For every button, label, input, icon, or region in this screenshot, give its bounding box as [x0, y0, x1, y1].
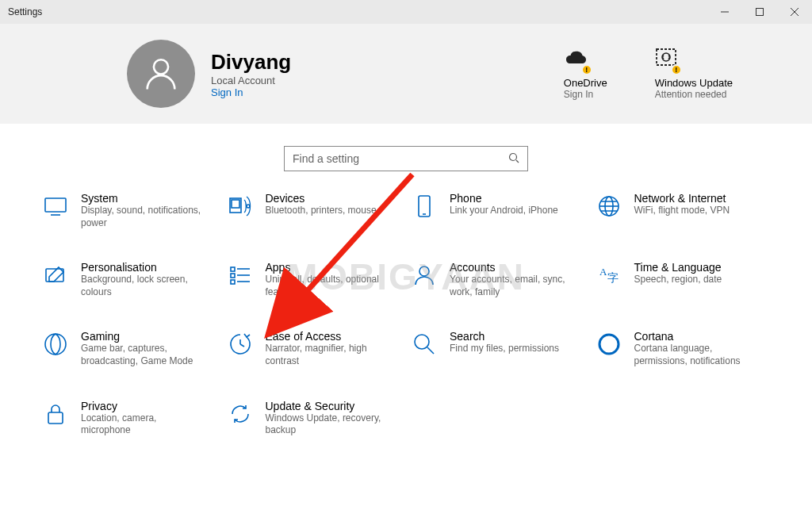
alert-icon: ! — [581, 64, 592, 75]
category-privacy[interactable]: PrivacyLocation, camera, microphone — [41, 400, 218, 437]
svg-text:字: 字 — [607, 272, 619, 284]
time-language-icon: A字 — [595, 261, 623, 289]
category-personalisation[interactable]: PersonalisationBackground, lock screen, … — [41, 261, 218, 298]
onedrive-sublabel: Sign In — [564, 89, 593, 100]
category-title: System — [81, 192, 208, 205]
category-accounts[interactable]: AccountsYour accounts, email, sync, work… — [410, 261, 587, 298]
system-icon — [41, 192, 70, 220]
category-sub: Uninstall, defaults, optional features — [266, 274, 393, 298]
privacy-icon — [41, 400, 70, 428]
category-search[interactable]: SearchFind my files, permissions — [410, 330, 587, 367]
category-update-security[interactable]: Update & SecurityWindows Update, recover… — [226, 400, 403, 437]
profile-signin-link[interactable]: Sign In — [211, 86, 291, 98]
svg-line-30 — [240, 344, 244, 347]
svg-point-28 — [45, 334, 66, 355]
network-icon — [595, 192, 623, 220]
search-input[interactable]: Find a setting — [284, 146, 528, 171]
svg-rect-11 — [232, 200, 239, 208]
svg-rect-5 — [657, 49, 676, 65]
svg-rect-21 — [231, 280, 235, 284]
category-title: Network & Internet — [634, 192, 730, 205]
category-sub: WiFi, flight mode, VPN — [634, 205, 730, 217]
category-network[interactable]: Network & InternetWiFi, flight mode, VPN — [595, 192, 772, 229]
category-sub: Display, sound, notifications, power — [81, 205, 208, 229]
svg-point-12 — [247, 205, 250, 208]
update-security-icon — [226, 400, 255, 428]
svg-text:A: A — [599, 266, 607, 278]
svg-point-33 — [599, 335, 619, 354]
category-sub: Windows Update, recovery, backup — [266, 412, 393, 437]
category-sub: Narrator, magnifier, high contrast — [266, 343, 393, 367]
category-sub: Cortana language, permissions, notificat… — [634, 343, 761, 367]
category-ease-of-access[interactable]: Ease of AccessNarrator, magnifier, high … — [226, 330, 403, 367]
category-title: Update & Security — [266, 400, 393, 412]
onedrive-icon: ! — [564, 48, 588, 72]
window-controls — [707, 0, 812, 24]
category-title: Devices — [266, 192, 377, 205]
svg-rect-34 — [48, 412, 63, 424]
search-icon — [508, 152, 519, 166]
windows-update-tile[interactable]: ! Windows Update Attention needed — [655, 48, 733, 100]
avatar-icon — [127, 40, 195, 108]
category-title: Accounts — [450, 261, 576, 274]
onedrive-tile[interactable]: ! OneDrive Sign In — [564, 48, 607, 100]
windows-update-label: Windows Update — [655, 77, 733, 89]
category-devices[interactable]: DevicesBluetooth, printers, mouse — [226, 192, 403, 229]
svg-point-4 — [154, 59, 168, 74]
devices-icon — [226, 192, 255, 220]
category-sub: Speech, region, date — [634, 274, 722, 286]
svg-rect-8 — [45, 198, 66, 212]
category-title: Personalisation — [81, 261, 208, 274]
category-sub: Your accounts, email, sync, work, family — [450, 274, 576, 298]
category-cortana[interactable]: CortanaCortana language, permissions, no… — [595, 330, 772, 367]
personalisation-icon — [41, 261, 70, 289]
category-sub: Game bar, captures, broadcasting, Game M… — [81, 343, 208, 367]
category-sub: Link your Android, iPhone — [450, 205, 558, 217]
titlebar: Settings — [0, 0, 812, 24]
search-placeholder: Find a setting — [293, 152, 359, 165]
svg-line-7 — [516, 160, 519, 163]
search-wrap: Find a setting — [0, 124, 812, 192]
close-button[interactable] — [777, 0, 812, 24]
categories-grid: SystemDisplay, sound, notifications, pow… — [0, 192, 812, 461]
category-sub: Find my files, permissions — [450, 343, 559, 355]
onedrive-label: OneDrive — [564, 77, 607, 89]
header-banner: Divyang Local Account Sign In ! OneDrive… — [0, 24, 812, 124]
category-sub: Location, camera, microphone — [81, 412, 208, 437]
category-title: Time & Language — [634, 261, 722, 274]
minimize-button[interactable] — [707, 0, 742, 24]
svg-rect-1 — [756, 9, 764, 16]
alert-icon: ! — [671, 64, 682, 75]
category-title: Ease of Access — [266, 330, 393, 343]
maximize-button[interactable] — [742, 0, 777, 24]
svg-rect-13 — [419, 196, 430, 217]
svg-rect-20 — [231, 274, 235, 278]
svg-point-31 — [415, 335, 429, 349]
category-title: Search — [450, 330, 559, 343]
category-time-language[interactable]: A字 Time & LanguageSpeech, region, date — [595, 261, 772, 298]
category-sub: Background, lock screen, colours — [81, 274, 208, 298]
profile-name: Divyang — [211, 50, 291, 75]
category-title: Cortana — [634, 330, 761, 343]
category-gaming[interactable]: GamingGame bar, captures, broadcasting, … — [41, 330, 218, 367]
svg-point-6 — [510, 153, 517, 160]
accounts-icon — [410, 261, 439, 289]
apps-icon — [226, 261, 255, 289]
windows-update-sublabel: Attention needed — [655, 89, 727, 100]
category-title: Gaming — [81, 330, 208, 343]
window-title: Settings — [8, 6, 42, 17]
ease-of-access-icon — [226, 330, 255, 358]
category-title: Phone — [450, 192, 558, 205]
svg-rect-19 — [231, 267, 235, 271]
gaming-icon — [41, 330, 70, 358]
search-category-icon — [410, 330, 439, 358]
category-apps[interactable]: AppsUninstall, defaults, optional featur… — [226, 261, 403, 298]
category-title: Apps — [266, 261, 393, 274]
profile-account-type: Local Account — [211, 75, 291, 86]
category-system[interactable]: SystemDisplay, sound, notifications, pow… — [41, 192, 218, 229]
category-sub: Bluetooth, printers, mouse — [266, 205, 377, 217]
profile-block[interactable]: Divyang Local Account Sign In — [127, 40, 291, 108]
svg-point-25 — [419, 266, 429, 276]
category-title: Privacy — [81, 400, 208, 412]
category-phone[interactable]: PhoneLink your Android, iPhone — [410, 192, 587, 229]
